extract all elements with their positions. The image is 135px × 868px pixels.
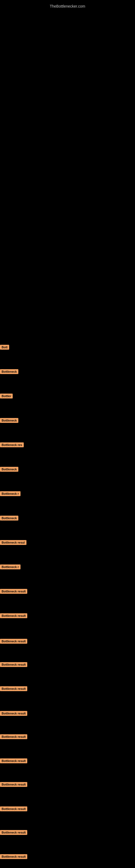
bottleneck-result-label-16: Bottleneck result [0, 711, 27, 716]
bottleneck-result-label-13: Bottleneck result [0, 639, 27, 644]
result-item-15: Bottleneck result [0, 686, 27, 691]
result-item-17: Bottleneck result [0, 734, 27, 739]
result-item-5: Bottleneck res [0, 442, 24, 447]
site-title: TheBottlenecker.com [47, 1, 88, 11]
bottleneck-result-label-4: Bottleneck [0, 418, 18, 423]
result-item-12: Bottleneck result [0, 613, 27, 618]
result-item-13: Bottleneck result [0, 639, 27, 644]
bottleneck-result-label-1: Bott [0, 345, 9, 350]
bottleneck-result-label-20: Bottleneck result [0, 806, 27, 811]
result-item-2: Bottleneck [0, 369, 18, 374]
result-item-16: Bottleneck result [0, 711, 27, 716]
result-item-11: Bottleneck result [0, 589, 27, 594]
result-item-19: Bottleneck result [0, 782, 27, 787]
result-item-3: Bottler [0, 393, 13, 399]
result-item-10: Bottleneck r [0, 564, 20, 569]
bottleneck-result-label-15: Bottleneck result [0, 686, 27, 691]
bottleneck-result-label-5: Bottleneck res [0, 442, 24, 447]
bottleneck-result-label-18: Bottleneck result [0, 758, 27, 763]
result-item-6: Bottleneck [0, 467, 18, 472]
result-item-7: Bottleneck r [0, 491, 20, 496]
bottleneck-result-label-6: Bottleneck [0, 467, 18, 472]
result-item-20: Bottleneck result [0, 806, 27, 811]
bottleneck-result-label-12: Bottleneck result [0, 613, 27, 618]
bottleneck-result-label-22: Bottleneck result [0, 854, 27, 859]
bottleneck-result-label-7: Bottleneck r [0, 491, 20, 496]
result-item-14: Bottleneck result [0, 662, 27, 667]
bottleneck-result-label-19: Bottleneck result [0, 782, 27, 787]
bottleneck-result-label-2: Bottleneck [0, 369, 18, 374]
bottleneck-result-label-3: Bottler [0, 394, 13, 399]
bottleneck-result-label-10: Bottleneck r [0, 564, 20, 569]
bottleneck-result-label-14: Bottleneck result [0, 662, 27, 667]
result-item-22: Bottleneck result [0, 854, 27, 859]
bottleneck-result-label-11: Bottleneck result [0, 589, 27, 594]
result-item-8: Bottleneck [0, 516, 18, 521]
bottleneck-result-label-17: Bottleneck result [0, 734, 27, 739]
bottleneck-result-label-8: Bottleneck [0, 516, 18, 521]
result-item-18: Bottleneck result [0, 758, 27, 763]
result-item-1: Bott [0, 344, 9, 350]
result-item-4: Bottleneck [0, 418, 18, 423]
bottleneck-result-label-9: Bottleneck resul [0, 540, 27, 545]
result-item-9: Bottleneck resul [0, 540, 27, 545]
result-item-21: Bottleneck result [0, 830, 27, 835]
bottleneck-result-label-21: Bottleneck result [0, 830, 27, 835]
